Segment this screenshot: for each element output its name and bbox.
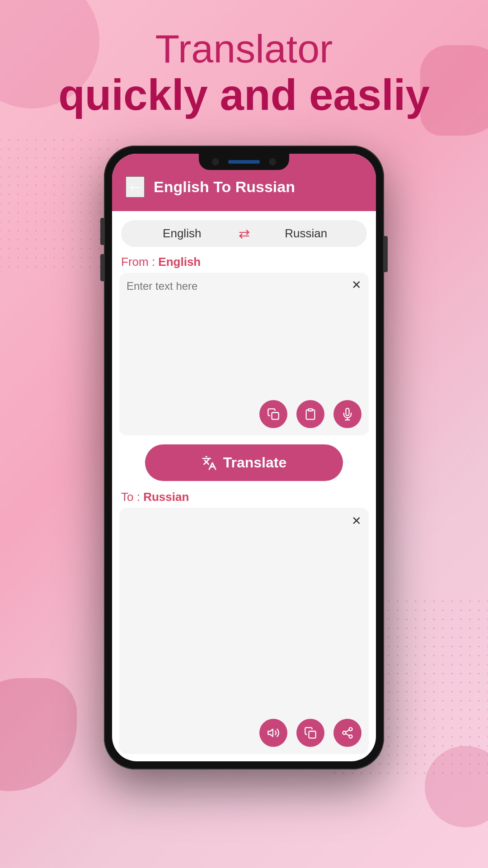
phone-notch [199,154,289,170]
translate-button-label: Translate [223,454,287,471]
to-label: To : Russian [112,490,376,508]
back-button[interactable]: ← [126,176,145,198]
target-language-label[interactable]: Russian [254,226,358,241]
speaker-icon [267,726,280,739]
svg-rect-5 [309,731,316,738]
swap-languages-icon[interactable]: ⇄ [234,226,254,241]
to-label-static: To : [121,490,143,504]
power-button [384,236,388,272]
volume-up-button [100,218,104,245]
phone-wrapper: ← English To Russian English ⇄ Russian F… [0,137,488,769]
svg-rect-0 [272,413,279,420]
translate-button[interactable]: Translate [145,444,343,481]
paste-button[interactable] [296,400,324,428]
from-label-lang: English [158,255,201,269]
svg-line-10 [346,730,349,732]
notch-speaker [228,160,260,164]
phone-frame: ← English To Russian English ⇄ Russian F… [104,146,384,769]
share-button[interactable] [333,719,361,747]
copy-output-icon [304,726,317,739]
input-area: ✕ [119,273,369,435]
copy-icon [267,408,280,420]
paste-icon [304,408,317,420]
microphone-icon [341,408,354,420]
language-toggle-row: English ⇄ Russian [121,220,367,247]
phone-screen: ← English To Russian English ⇄ Russian F… [112,154,376,761]
screen-content: ← English To Russian English ⇄ Russian F… [112,154,376,761]
source-language-label[interactable]: English [130,226,234,241]
notch-camera-2 [269,158,276,165]
clear-input-button[interactable]: ✕ [352,279,361,291]
share-icon [341,726,354,739]
header-title: Translator [27,27,461,71]
header-subtitle: quickly and easliy [27,71,461,119]
speaker-button[interactable] [259,719,287,747]
input-actions [127,396,361,428]
from-label-static: From : [121,255,158,269]
to-label-lang: Russian [143,490,189,504]
source-text-input[interactable] [127,280,361,396]
volume-down-button [100,254,104,281]
svg-line-9 [346,734,349,736]
translate-icon [202,455,217,471]
from-label: From : English [112,251,376,273]
page-header: Translator quickly and easliy [0,0,488,137]
svg-rect-1 [308,409,312,411]
svg-marker-4 [268,729,273,736]
output-actions [127,715,361,747]
notch-camera [212,158,219,165]
app-bar-title: English To Russian [154,178,295,196]
copy-button[interactable] [259,400,287,428]
output-area: ✕ [119,508,369,754]
clear-output-button[interactable]: ✕ [352,514,361,528]
copy-output-button[interactable] [296,719,324,747]
microphone-button[interactable] [333,400,361,428]
